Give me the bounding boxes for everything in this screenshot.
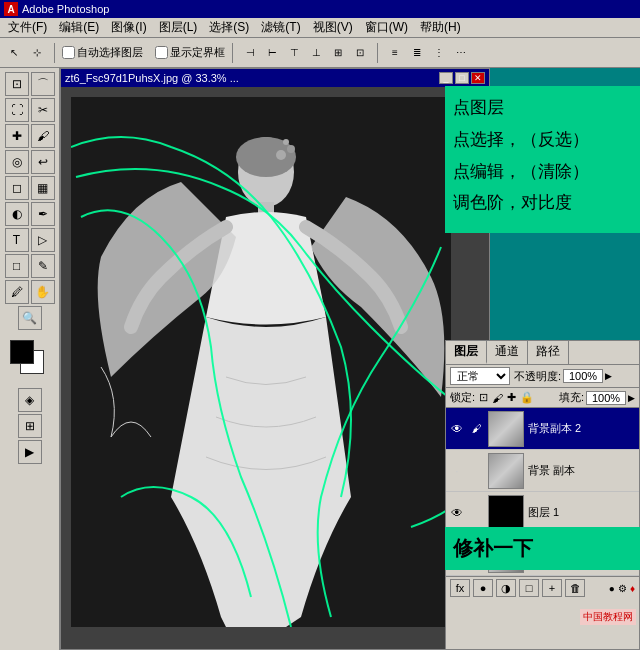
history-tool[interactable]: ↩ bbox=[31, 150, 55, 174]
minimize-button[interactable]: _ bbox=[439, 72, 453, 84]
status-icon-3: ♦ bbox=[630, 583, 635, 594]
maximize-button[interactable]: □ bbox=[455, 72, 469, 84]
shape-tool[interactable]: □ bbox=[5, 254, 29, 278]
menu-select[interactable]: 选择(S) bbox=[203, 17, 255, 38]
layer-name-1: 背景 副本 bbox=[526, 463, 637, 478]
toolbox: ⊡ ⌒ ⛶ ✂ ✚ 🖌 ◎ ↩ ◻ ▦ ◐ ✒ T ▷ □ ✎ bbox=[0, 68, 60, 650]
move-tool-icon[interactable]: ↖ bbox=[4, 43, 24, 63]
status-icons: ● ⚙ ♦ bbox=[609, 583, 635, 594]
lock-label: 锁定: bbox=[450, 390, 475, 405]
tool-row-jump: ▶ bbox=[18, 440, 42, 464]
lock-transparent-icon[interactable]: ⊡ bbox=[479, 391, 488, 404]
path-tool[interactable]: ▷ bbox=[31, 228, 55, 252]
opacity-control: 不透明度: ▶ bbox=[514, 369, 635, 384]
layer-eye-0[interactable]: 👁 bbox=[448, 420, 466, 438]
dist-1-icon[interactable]: ≡ bbox=[385, 43, 405, 63]
menu-filter[interactable]: 滤镜(T) bbox=[255, 17, 306, 38]
title-bar: A Adobe Photoshop bbox=[0, 0, 640, 18]
close-button[interactable]: ✕ bbox=[471, 72, 485, 84]
heal-tool[interactable]: ✚ bbox=[5, 124, 29, 148]
dist-4-icon[interactable]: ⋯ bbox=[451, 43, 471, 63]
layer-item-1[interactable]: · 背景 副本 bbox=[446, 450, 639, 492]
menu-help[interactable]: 帮助(H) bbox=[414, 17, 467, 38]
align-left-icon[interactable]: ⊣ bbox=[240, 43, 260, 63]
align-right-icon[interactable]: ⊤ bbox=[284, 43, 304, 63]
menu-image[interactable]: 图像(I) bbox=[105, 17, 152, 38]
layer-style-button[interactable]: fx bbox=[450, 579, 470, 597]
layer-item-0[interactable]: 👁 🖌 背景副本 2 bbox=[446, 408, 639, 450]
marquee-tool[interactable]: ⊡ bbox=[5, 72, 29, 96]
eraser-tool[interactable]: ◻ bbox=[5, 176, 29, 200]
align-middle-icon[interactable]: ⊞ bbox=[328, 43, 348, 63]
align-center-icon[interactable]: ⊢ bbox=[262, 43, 282, 63]
show-bounds-checkbox[interactable]: 显示定界框 bbox=[155, 45, 225, 60]
opacity-arrow[interactable]: ▶ bbox=[605, 371, 612, 381]
lock-all-icon[interactable]: 🔒 bbox=[520, 391, 534, 404]
photo-canvas[interactable] bbox=[71, 97, 451, 627]
app-title: Adobe Photoshop bbox=[22, 3, 109, 15]
lock-move-icon[interactable]: ✚ bbox=[507, 391, 516, 404]
fill-control: 填充: ▶ bbox=[559, 390, 635, 405]
brush-tool[interactable]: 🖌 bbox=[31, 124, 55, 148]
eyedrop-tool[interactable]: 🖉 bbox=[5, 280, 29, 304]
menu-layer[interactable]: 图层(L) bbox=[153, 17, 204, 38]
dodge-tool[interactable]: ◐ bbox=[5, 202, 29, 226]
lasso-tool[interactable]: ⌒ bbox=[31, 72, 55, 96]
gradient-tool[interactable]: ▦ bbox=[31, 176, 55, 200]
hand-tool[interactable]: ✋ bbox=[31, 280, 55, 304]
type-tool[interactable]: T bbox=[5, 228, 29, 252]
menu-window[interactable]: 窗口(W) bbox=[359, 17, 414, 38]
notes-tool[interactable]: ✎ bbox=[31, 254, 55, 278]
screen-mode-tool[interactable]: ⊞ bbox=[18, 414, 42, 438]
clone-tool[interactable]: ◎ bbox=[5, 150, 29, 174]
jump-tool[interactable]: ▶ bbox=[18, 440, 42, 464]
align-top-icon[interactable]: ⊥ bbox=[306, 43, 326, 63]
layer-thumb-1 bbox=[488, 453, 524, 489]
opacity-label: 不透明度: bbox=[514, 369, 561, 384]
slice-tool[interactable]: ✂ bbox=[31, 98, 55, 122]
dist-3-icon[interactable]: ⋮ bbox=[429, 43, 449, 63]
lock-paint-icon[interactable]: 🖌 bbox=[492, 392, 503, 404]
menu-file[interactable]: 文件(F) bbox=[2, 17, 53, 38]
auto-select-label: 自动选择图层 bbox=[77, 45, 143, 60]
layer-delete-button[interactable]: 🗑 bbox=[565, 579, 585, 597]
fg-color-box[interactable] bbox=[10, 340, 34, 364]
layer-thumb-2 bbox=[488, 495, 524, 531]
layers-tabs: 图层 通道 路径 bbox=[446, 341, 639, 365]
menu-edit[interactable]: 编辑(E) bbox=[53, 17, 105, 38]
layer-eye-1[interactable]: · bbox=[448, 462, 466, 480]
tool-row-5: ◻ ▦ bbox=[5, 176, 55, 200]
layer-new-button[interactable]: + bbox=[542, 579, 562, 597]
layer-eye-2[interactable]: 👁 bbox=[448, 504, 466, 522]
tab-layers[interactable]: 图层 bbox=[446, 341, 487, 364]
canvas-area: zt6_Fsc97d1PuhsX.jpg @ 33.3% ... _ □ ✕ bbox=[60, 68, 640, 650]
layer-group-button[interactable]: □ bbox=[519, 579, 539, 597]
layer-paint-1 bbox=[468, 462, 486, 480]
show-bounds-input[interactable] bbox=[155, 46, 168, 59]
dist-2-icon[interactable]: ≣ bbox=[407, 43, 427, 63]
fill-input[interactable] bbox=[586, 391, 626, 405]
pen-tool[interactable]: ✒ bbox=[31, 202, 55, 226]
blend-mode-select[interactable]: 正常 bbox=[450, 367, 510, 385]
annot-line-1: 点图层 bbox=[453, 96, 632, 120]
annot-line-5: 修补一下 bbox=[445, 527, 640, 570]
fill-arrow[interactable]: ▶ bbox=[628, 393, 635, 403]
layer-adj-button[interactable]: ◑ bbox=[496, 579, 516, 597]
toolbar-sep-3 bbox=[377, 43, 378, 63]
zoom-tool[interactable]: 🔍 bbox=[18, 306, 42, 330]
auto-select-checkbox[interactable]: 自动选择图层 bbox=[62, 45, 143, 60]
annotation-panel: 点图层 点选择，（反选） 点编辑，（清除） 调色阶，对比度 bbox=[445, 86, 640, 233]
tool-row-1: ⊡ ⌒ bbox=[5, 72, 55, 96]
tab-paths[interactable]: 路径 bbox=[528, 341, 569, 364]
tool-row-9: 🖉 ✋ bbox=[5, 280, 55, 304]
quick-mask-tool[interactable]: ◈ bbox=[18, 388, 42, 412]
auto-select-input[interactable] bbox=[62, 46, 75, 59]
layer-mask-button[interactable]: ● bbox=[473, 579, 493, 597]
menu-view[interactable]: 视图(V) bbox=[307, 17, 359, 38]
layer-thumb-0 bbox=[488, 411, 524, 447]
align-bottom-icon[interactable]: ⊡ bbox=[350, 43, 370, 63]
crop-tool[interactable]: ⛶ bbox=[5, 98, 29, 122]
opacity-input[interactable] bbox=[563, 369, 603, 383]
select-tool-icon[interactable]: ⊹ bbox=[27, 43, 47, 63]
tab-channels[interactable]: 通道 bbox=[487, 341, 528, 364]
